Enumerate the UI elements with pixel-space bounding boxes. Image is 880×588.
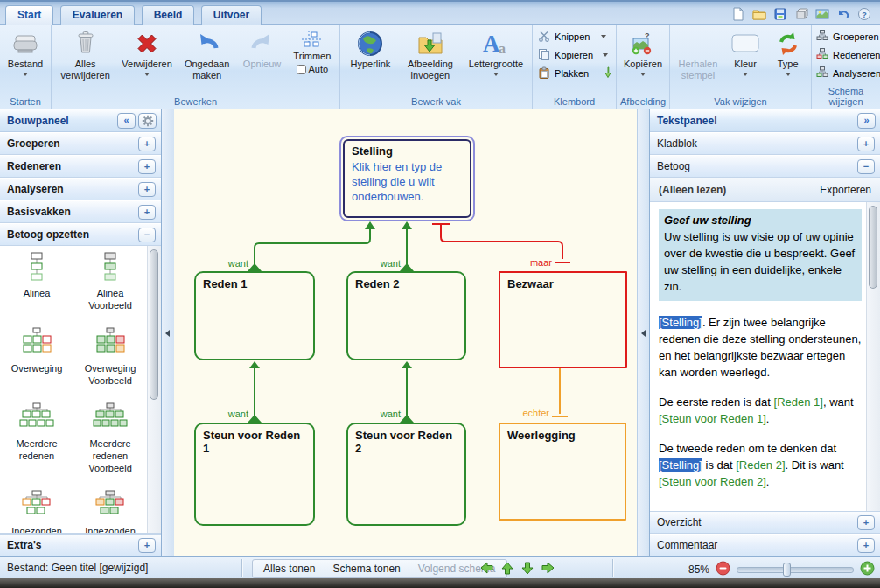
afbeelding-invoegen-button[interactable]: Afbeelding invoegen [398, 27, 463, 82]
plakken-button[interactable]: Plakken [538, 64, 613, 82]
section-kladblok[interactable]: Kladblok + [650, 132, 880, 155]
save-icon[interactable] [772, 5, 789, 22]
betoog-text-area[interactable]: Geef uw stelling Uw stelling is uw visie… [650, 202, 880, 511]
font-size-icon: Aa [481, 28, 511, 59]
node-placeholder-text: Klik hier en typ de stelling die u wilt … [352, 159, 463, 204]
palette-item-overweging[interactable]: Overweging [0, 323, 73, 387]
palette-item-ingezonden-brief[interactable]: Ingezonden brief [0, 486, 73, 534]
knippen-button[interactable]: Knippen [538, 27, 613, 46]
herhalen-stempel-button[interactable]: Herhalen stempel [673, 27, 723, 82]
expand-icon[interactable]: + [857, 538, 875, 553]
gear-icon[interactable] [138, 113, 157, 129]
zoom-in-icon[interactable] [860, 561, 875, 578]
arrow-down-icon[interactable] [520, 561, 534, 578]
zoom-slider-thumb[interactable] [783, 563, 791, 577]
splitter-arrow-icon[interactable] [641, 330, 646, 337]
palette-item-meerdere-redenen-voorbeeld[interactable]: Meerdere redenen Voorbeeld [73, 398, 147, 474]
build-panel: Bouwpaneel « Groeperen + Redeneren + Ana… [0, 109, 162, 556]
picture-icon[interactable] [814, 5, 831, 22]
show-all-button[interactable]: Alles tonen [263, 563, 315, 575]
scrollbar-thumb[interactable] [150, 249, 158, 400]
tree-red-icon [816, 48, 828, 61]
hyperlink-button[interactable]: Hyperlink [343, 27, 398, 71]
node-steun-voor-reden-1[interactable]: Steun voor Reden 1 [194, 423, 315, 526]
trimmen-button[interactable]: Trimmen Auto [288, 27, 337, 75]
auto-checkbox-input[interactable] [297, 65, 306, 74]
palette-item-alinea-voorbeeld[interactable]: Alinea Voorbeeld [73, 248, 147, 312]
export-button[interactable]: Exporteren [820, 184, 871, 196]
tab-beeld[interactable]: Beeld [142, 5, 195, 25]
collapse-icon[interactable]: − [138, 228, 156, 242]
undo-icon[interactable] [835, 5, 852, 22]
arrow-right-icon[interactable] [541, 561, 555, 578]
bestand-button[interactable]: Bestand [6, 27, 45, 77]
intro-body: Uw stelling is uw visie op of uw opinie … [664, 228, 856, 295]
opnieuw-button[interactable]: Opnieuw [236, 27, 287, 71]
expand-icon[interactable]: + [138, 159, 156, 174]
expand-icon[interactable]: + [857, 136, 875, 151]
palette-item-overweging-voorbeeld[interactable]: Overweging Voorbeeld [73, 323, 147, 387]
tab-uitvoer[interactable]: Uitvoer [201, 5, 262, 25]
kopieren-button[interactable]: Kopiëren [538, 46, 613, 64]
splitter-arrow-icon[interactable] [165, 330, 170, 337]
arrow-left-icon[interactable] [479, 561, 494, 578]
collapse-panel-button[interactable]: « [117, 113, 136, 129]
palette-item-meerdere-redenen[interactable]: Meerdere redenen [0, 398, 73, 474]
palette-scrollbar[interactable] [147, 246, 161, 533]
section-commentaar[interactable]: Commentaar + [650, 534, 880, 556]
show-schema-button[interactable]: Schema tonen [332, 563, 400, 575]
tab-evalueren[interactable]: Evalueren [60, 5, 135, 25]
auto-checkbox[interactable]: Auto [297, 64, 329, 74]
node-stelling[interactable]: Stelling Klik hier en typ de stelling di… [339, 136, 475, 221]
tab-start[interactable]: Start [5, 5, 53, 25]
afbeelding-kopieren-button[interactable]: ? Kopiëren [622, 27, 664, 77]
expand-icon[interactable]: + [138, 182, 156, 197]
node-steun-voor-reden-2[interactable]: Steun voor Reden 2 [346, 423, 466, 526]
section-groeperen[interactable]: Groeperen + [0, 132, 161, 155]
type-button[interactable]: Type [767, 27, 808, 77]
section-redeneren[interactable]: Redeneren + [0, 155, 161, 178]
build-panel-title: Bouwpaneel [7, 115, 69, 127]
right-splitter[interactable] [637, 109, 650, 556]
expand-icon[interactable]: + [138, 205, 156, 220]
zoom-out-icon[interactable] [716, 561, 730, 578]
analyseren-button[interactable]: Analyseren [816, 64, 880, 82]
redeneren-button[interactable]: Redeneren [816, 46, 880, 64]
expand-icon[interactable]: + [138, 538, 156, 553]
text-panel-title: Tekstpaneel [657, 115, 716, 127]
betoog-scrollbar[interactable] [866, 202, 880, 511]
node-reden-2[interactable]: Reden 2 [346, 271, 466, 360]
meerdere-redenen-icon [19, 402, 54, 436]
node-reden-1[interactable]: Reden 1 [194, 271, 315, 360]
expand-icon[interactable]: + [138, 136, 156, 151]
alles-verwijderen-button[interactable]: Alles verwijderen [54, 27, 116, 82]
verwijderen-button[interactable]: Verwijderen [116, 27, 177, 77]
expand-icon[interactable]: + [857, 515, 875, 530]
section-betoog[interactable]: Betoog − [650, 155, 880, 178]
section-basisvakken[interactable]: Basisvakken + [0, 200, 161, 223]
arrow-up-icon[interactable] [500, 561, 514, 578]
palette-item-ingezonden-brief-voorbeeld[interactable]: Ingezonden brief Voorbeeld [73, 486, 147, 534]
section-betoog-opzetten[interactable]: Betoog opzetten − [0, 223, 161, 246]
groeperen-button[interactable]: Groeperen [816, 27, 880, 46]
palette-item-alinea[interactable]: Alinea [0, 248, 73, 312]
zoom-slider[interactable] [737, 567, 854, 573]
lettergrootte-button[interactable]: Aa Lettergrootte [463, 27, 529, 77]
section-extras[interactable]: Extra's + [0, 534, 161, 556]
help-icon[interactable]: ? [856, 5, 873, 22]
left-splitter[interactable] [162, 109, 175, 556]
new-document-icon[interactable] [730, 5, 747, 22]
ongedaan-maken-button[interactable]: Ongedaan maken [178, 27, 237, 82]
scrollbar-thumb[interactable] [869, 206, 877, 289]
open-folder-icon[interactable] [751, 5, 768, 22]
node-bezwaar[interactable]: Bezwaar [499, 271, 627, 368]
collapse-icon[interactable]: − [857, 159, 875, 174]
map-canvas[interactable]: Stelling Klik hier en typ de stelling di… [174, 109, 637, 556]
node-weerlegging[interactable]: Weerlegging [499, 423, 626, 521]
node-title: Stelling [352, 144, 463, 158]
package-icon[interactable] [793, 5, 810, 22]
section-overzicht[interactable]: Overzicht + [650, 511, 880, 534]
collapse-panel-button[interactable]: » [857, 113, 876, 129]
kleur-button[interactable]: Kleur [723, 27, 767, 77]
section-analyseren[interactable]: Analyseren + [0, 178, 161, 200]
